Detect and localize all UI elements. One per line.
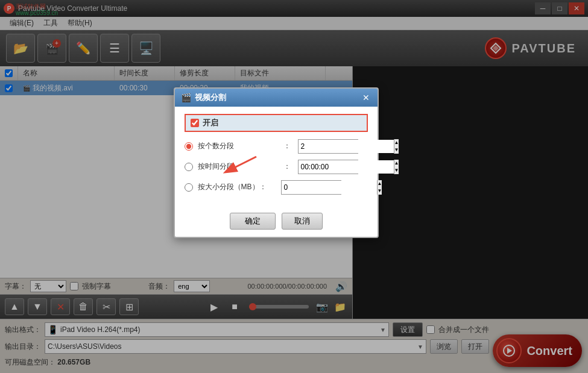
split-time-colon: ： (283, 161, 291, 172)
count-decrement-button[interactable]: ▼ (394, 146, 399, 154)
modal-row-time: 按时间分段 ： ▲ ▼ (185, 160, 368, 174)
size-increment-button[interactable]: ▲ (378, 180, 382, 187)
video-split-modal: 🎬 视频分割 ✕ 开启 按个数分段 ： (174, 87, 379, 238)
modal-cancel-button[interactable]: 取消 (282, 213, 323, 230)
modal-close-button[interactable]: ✕ (361, 92, 371, 103)
time-decrement-button[interactable]: ▼ (394, 167, 399, 174)
modal-ok-button[interactable]: 确定 (230, 213, 276, 230)
split-time-input[interactable] (299, 160, 394, 174)
split-count-colon: ： (283, 141, 291, 151)
split-count-spinbox: ▲ ▼ (298, 139, 358, 154)
split-count-arrows: ▲ ▼ (394, 139, 399, 154)
split-size-spinbox: ▲ ▼ (281, 180, 341, 195)
modal-enable-row: 开启 (185, 114, 368, 132)
time-increment-button[interactable]: ▲ (394, 160, 399, 167)
modal-title-text: 视频分割 (195, 92, 226, 103)
size-decrement-button[interactable]: ▼ (378, 187, 382, 195)
split-size-input[interactable] (282, 181, 377, 194)
modal-footer: 确定 取消 (175, 208, 378, 237)
split-time-arrows: ▲ ▼ (394, 160, 399, 174)
split-time-spinbox: ▲ ▼ (298, 160, 358, 174)
app-window: P Pavtube Video Converter Ultimate ─ □ ✕… (0, 0, 588, 373)
split-count-label: 按个数分段 (198, 141, 276, 151)
modal-title-bar: 🎬 视频分割 ✕ (175, 89, 378, 107)
modal-title-group: 🎬 视频分割 (181, 92, 226, 103)
split-count-input[interactable] (299, 140, 394, 153)
red-arrow-annotation (214, 154, 262, 186)
split-size-arrows: ▲ ▼ (377, 180, 382, 195)
modal-row-size: 按大小分段（MB）： ▲ ▼ (185, 180, 368, 195)
modal-enable-label: 开启 (203, 118, 218, 128)
split-by-count-radio[interactable] (185, 142, 193, 151)
modal-row-count: 按个数分段 ： ▲ ▼ (185, 139, 368, 154)
modal-title-icon: 🎬 (181, 93, 191, 102)
modal-overlay: 🎬 视频分割 ✕ 开启 按个数分段 ： (0, 0, 588, 373)
split-by-time-radio[interactable] (185, 163, 193, 171)
count-increment-button[interactable]: ▲ (394, 139, 399, 146)
modal-enable-checkbox[interactable] (191, 119, 199, 127)
split-by-size-radio[interactable] (185, 183, 193, 192)
modal-body: 开启 按个数分段 ： ▲ ▼ (175, 107, 378, 208)
